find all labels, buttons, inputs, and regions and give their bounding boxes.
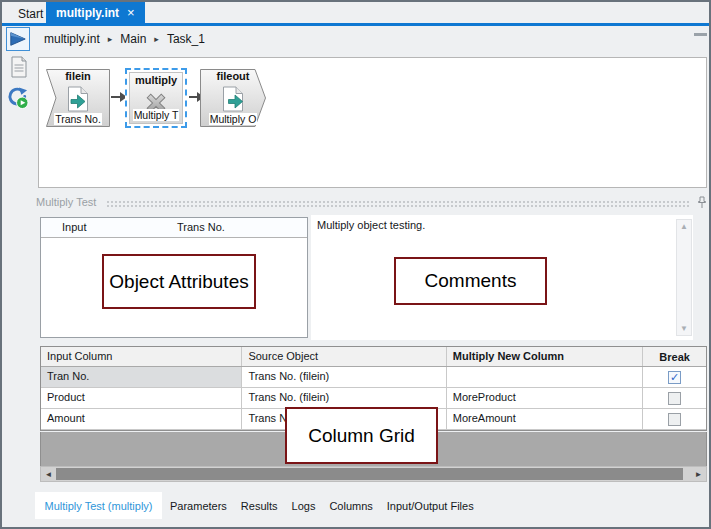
tab-input-output-files[interactable]: Input/Output Files [387, 500, 474, 512]
callout-column-grid: Column Grid [285, 407, 438, 464]
scroll-indicator [694, 33, 707, 36]
comments-scrollbar[interactable]: ▲ ▼ [676, 219, 692, 336]
tab-multiply-test[interactable]: Multiply Test (multiply) [35, 492, 162, 519]
node-label: Trans No. [46, 113, 110, 125]
node-title: filein [46, 70, 110, 82]
grid-cell-input-column[interactable]: Tran No. [41, 367, 242, 387]
node-title: fileout [200, 70, 266, 82]
grid-header-input-column[interactable]: Input Column [41, 347, 242, 366]
grid-cell-input-column[interactable]: Amount [41, 409, 242, 429]
scroll-down-icon[interactable]: ▼ [677, 324, 691, 333]
break-checkbox[interactable]: ✓ [668, 371, 681, 384]
grid-cell-multiply-new-column[interactable]: MoreAmount [447, 409, 643, 429]
object-attributes-header: Input Trans No. [41, 218, 307, 238]
break-checkbox[interactable]: ✓ [668, 392, 681, 405]
break-checkbox[interactable]: ✓ [668, 413, 681, 426]
scroll-left-icon[interactable]: ◄ [41, 467, 56, 481]
dataflow-run-button[interactable] [6, 27, 30, 51]
tab-multiply-int-label: multiply.int [56, 6, 119, 20]
tab-multiply-int[interactable]: multiply.int × [46, 2, 145, 23]
grid-horizontal-scrollbar[interactable]: ◄ ► [40, 466, 707, 482]
panel-header: Multiply Test [30, 192, 707, 212]
tabstrip-accent-line [2, 23, 709, 26]
grid-cell-source-object[interactable]: Trans No. (filein) [242, 367, 446, 387]
run-history-button[interactable] [6, 86, 29, 113]
grid-cell-break: ✓ [643, 367, 706, 387]
breadcrumb-item-main[interactable]: Main [120, 32, 146, 46]
grid-cell-input-column[interactable]: Product [41, 388, 242, 408]
grid-header-break[interactable]: Break [643, 347, 706, 366]
grid-header-row: Input Column Source Object Multiply New … [41, 347, 706, 367]
tab-logs[interactable]: Logs [292, 500, 316, 512]
document-icon [10, 56, 28, 78]
callout-label: Column Grid [308, 425, 415, 447]
node-label: Multiply O [200, 113, 266, 125]
grid-cell-break: ✓ [643, 388, 706, 408]
flow-connector [111, 96, 120, 98]
dataflow-canvas[interactable]: filein Trans No. multiply Multiply T [38, 57, 707, 188]
flow-node-fileout[interactable]: fileout Multiply O [200, 69, 266, 127]
breadcrumb-item-file[interactable]: multiply.int [44, 32, 100, 46]
pin-icon[interactable] [697, 196, 707, 209]
close-icon[interactable]: × [127, 6, 135, 19]
scrollbar-thumb[interactable] [56, 468, 683, 480]
play-funnel-icon [9, 30, 27, 48]
breadcrumb: multiply.int ▸ Main ▸ Task_1 [44, 31, 205, 47]
panel-title: Multiply Test [36, 196, 96, 208]
attr-col-input: Input [62, 221, 86, 233]
grid-header-source-object[interactable]: Source Object [242, 347, 446, 366]
node-label: Multiply T [130, 109, 182, 121]
tab-parameters[interactable]: Parameters [170, 500, 227, 512]
panel-header-texture [106, 200, 689, 208]
bottom-tab-bar: Parameters Results Logs Columns Input/Ou… [170, 492, 474, 519]
callout-object-attributes: Object Attributes [102, 254, 256, 309]
node-title: multiply [130, 74, 182, 86]
callout-comments: Comments [394, 257, 547, 305]
grid-row[interactable]: Tran No. Trans No. (filein) ✓ [41, 367, 706, 388]
scroll-right-icon[interactable]: ► [691, 467, 706, 481]
grid-cell-multiply-new-column[interactable]: MoreProduct [447, 388, 643, 408]
callout-label: Object Attributes [109, 271, 248, 293]
chevron-right-icon: ▸ [154, 34, 159, 44]
grid-cell-break: ✓ [643, 409, 706, 429]
app-window: Start multiply.int × multiply.int ▸ Main… [0, 0, 711, 529]
tab-columns[interactable]: Columns [329, 500, 372, 512]
grid-cell-source-object[interactable]: Trans No. (filein) [242, 388, 446, 408]
refresh-run-icon [6, 86, 29, 109]
flow-connector [189, 96, 197, 98]
scroll-up-icon[interactable]: ▲ [677, 222, 691, 231]
document-view-button[interactable] [10, 56, 28, 82]
grid-header-multiply-new-column[interactable]: Multiply New Column [447, 347, 643, 366]
grid-row[interactable]: Product Trans No. (filein) MoreProduct ✓ [41, 388, 706, 409]
file-input-icon [67, 86, 89, 112]
callout-label: Comments [425, 270, 517, 292]
file-output-icon [222, 86, 244, 112]
tab-results[interactable]: Results [241, 500, 278, 512]
chevron-right-icon: ▸ [108, 34, 113, 44]
flow-node-multiply[interactable]: multiply Multiply T [129, 72, 183, 124]
breadcrumb-item-task[interactable]: Task_1 [167, 32, 205, 46]
comments-text: Multiply object testing. [317, 219, 425, 231]
flow-node-multiply-selection[interactable]: multiply Multiply T [125, 68, 187, 128]
grid-cell-multiply-new-column[interactable] [447, 367, 643, 387]
attr-col-trans-no: Trans No. [177, 221, 225, 233]
flow-node-filein[interactable]: filein Trans No. [46, 69, 110, 127]
